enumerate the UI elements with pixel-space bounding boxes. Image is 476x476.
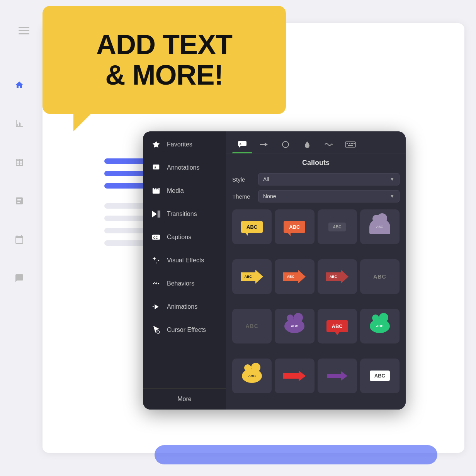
- tab-drops[interactable]: [297, 136, 317, 153]
- callout-cloud-purple-filled-cell[interactable]: ABC: [275, 309, 314, 343]
- tab-keyboard[interactable]: [340, 136, 360, 153]
- callout-dark-small-cell[interactable]: ABC: [318, 209, 357, 244]
- svg-marker-15: [239, 146, 241, 148]
- callout-grid: ABC ABC ABC ABC ABC ABC: [226, 205, 406, 410]
- tab-callouts[interactable]: a: [232, 136, 252, 153]
- tab-squiggles[interactable]: [319, 136, 339, 153]
- nav-more[interactable]: More: [143, 388, 226, 410]
- nav-item-favorites[interactable]: Favorites: [143, 131, 226, 156]
- style-dropdown[interactable]: All ▼: [258, 173, 400, 185]
- star-icon: [151, 139, 162, 150]
- nav-item-annotations-label: Annotations: [167, 164, 200, 171]
- svg-point-18: [282, 141, 289, 148]
- bottom-bar: [155, 445, 437, 464]
- style-dropdown-arrow: ▼: [390, 177, 394, 182]
- cursor-icon: [151, 325, 162, 335]
- callout-orange-rect: ABC: [284, 221, 305, 233]
- nav-item-favorites-label: Favorites: [167, 141, 192, 148]
- callout-arrow-dark-cell[interactable]: ABC: [318, 259, 357, 294]
- svg-point-8: [158, 283, 160, 284]
- callout-arrow-orange: ABC: [283, 270, 306, 284]
- animation-icon: [151, 301, 162, 312]
- callout-orange-rect-cell[interactable]: ABC: [275, 209, 314, 244]
- callout-arrow-dark: ABC: [326, 270, 348, 284]
- callout-cloud-yellow2: ABC: [242, 369, 262, 383]
- nav-menu: Favorites a Annotations Media Transition…: [143, 131, 226, 410]
- nav-item-cursor-effects-label: Cursor Effects: [167, 326, 206, 333]
- nav-item-visual-effects-label: Visual Effects: [167, 257, 204, 264]
- callout-white-text: ABC: [370, 371, 390, 381]
- callout-arrow-yellow: ABC: [241, 270, 263, 284]
- style-label: Style: [232, 176, 253, 183]
- nav-item-behaviors-label: Behaviors: [167, 280, 194, 287]
- svg-rect-22: [351, 143, 353, 144]
- sidebar-icon-table[interactable]: [12, 155, 27, 170]
- speech-bubble: ADD TEXT & MORE!: [42, 6, 286, 114]
- callout-yellow-rect-cell[interactable]: ABC: [232, 209, 272, 244]
- svg-rect-20: [347, 143, 348, 144]
- sidebar-icon-home[interactable]: [12, 77, 27, 93]
- section-title: Callouts: [226, 153, 406, 171]
- sidebar-icon-chat[interactable]: [12, 270, 27, 286]
- nav-item-visual-effects[interactable]: Visual Effects: [143, 249, 226, 272]
- svg-rect-19: [345, 142, 355, 147]
- behavior-icon: [151, 278, 162, 289]
- callout-cloud-yellow2-cell[interactable]: ABC: [232, 359, 272, 393]
- nav-item-captions-label: Captions: [167, 234, 191, 241]
- callout-cloud-green: ABC: [370, 319, 390, 333]
- callout-text-plain-cell[interactable]: ABC: [360, 259, 400, 294]
- cc-icon: CC: [151, 232, 162, 243]
- callout-white-text-cell[interactable]: ABC: [360, 359, 400, 393]
- wand-icon: [151, 255, 162, 266]
- svg-rect-24: [348, 145, 353, 146]
- callout-arrow-purple-cell[interactable]: [318, 359, 357, 393]
- svg-point-12: [157, 331, 160, 333]
- svg-rect-3: [158, 211, 160, 218]
- style-dropdown-row: Style All ▼: [226, 171, 406, 188]
- nav-item-annotations[interactable]: a Annotations: [143, 156, 226, 179]
- svg-marker-17: [265, 143, 268, 146]
- svg-text:a: a: [240, 142, 241, 146]
- svg-rect-21: [349, 143, 350, 144]
- nav-item-animations[interactable]: Animations: [143, 295, 226, 318]
- nav-item-transitions-label: Transitions: [167, 211, 197, 218]
- callout-arrow-orange-cell[interactable]: ABC: [275, 259, 314, 294]
- callout-cloud-purple-filled: ABC: [284, 319, 304, 333]
- callout-cloud-purple-cell[interactable]: ABC: [360, 209, 400, 244]
- callout-arrow-purple: [327, 371, 347, 381]
- sidebar-icon-chart[interactable]: [12, 116, 27, 131]
- theme-dropdown-row: Theme None ▼: [226, 188, 406, 205]
- transition-icon: [151, 209, 162, 219]
- left-sidebar: [12, 77, 27, 286]
- speech-bubble-text: ADD TEXT & MORE!: [96, 29, 232, 90]
- film-icon: [151, 185, 162, 196]
- callout-text-light: ABC: [245, 323, 258, 329]
- callout-text-light-cell[interactable]: ABC: [232, 309, 272, 343]
- nav-item-behaviors[interactable]: Behaviors: [143, 272, 226, 295]
- nav-item-animations-label: Animations: [167, 303, 197, 310]
- main-panel: Favorites a Annotations Media Transition…: [143, 131, 406, 410]
- hamburger-menu[interactable]: [19, 27, 29, 34]
- nav-item-media[interactable]: Media: [143, 179, 226, 202]
- callout-arrow-yellow-cell[interactable]: ABC: [232, 259, 272, 294]
- tab-shapes[interactable]: [275, 136, 296, 153]
- nav-item-transitions[interactable]: Transitions: [143, 202, 226, 226]
- sidebar-icon-article[interactable]: [12, 193, 27, 209]
- callout-text-plain: ABC: [373, 274, 386, 280]
- svg-text:CC: CC: [153, 236, 158, 240]
- sidebar-icon-calendar[interactable]: [12, 232, 27, 247]
- nav-item-media-label: Media: [167, 187, 184, 194]
- theme-label: Theme: [232, 193, 253, 200]
- svg-marker-2: [152, 211, 157, 218]
- callout-cloud-red: ABC: [326, 320, 348, 332]
- nav-item-captions[interactable]: CC Captions: [143, 226, 226, 249]
- callout-yellow-rect: ABC: [241, 221, 263, 233]
- theme-dropdown[interactable]: None ▼: [258, 190, 400, 202]
- callout-cloud-green-cell[interactable]: ABC: [360, 309, 400, 343]
- svg-text:a: a: [154, 166, 156, 169]
- callout-cloud-red-cell[interactable]: ABC: [318, 309, 357, 343]
- svg-rect-23: [354, 143, 355, 144]
- callout-arrow-red-cell[interactable]: [275, 359, 314, 393]
- tab-arrows[interactable]: [254, 136, 274, 153]
- nav-item-cursor-effects[interactable]: Cursor Effects: [143, 318, 226, 342]
